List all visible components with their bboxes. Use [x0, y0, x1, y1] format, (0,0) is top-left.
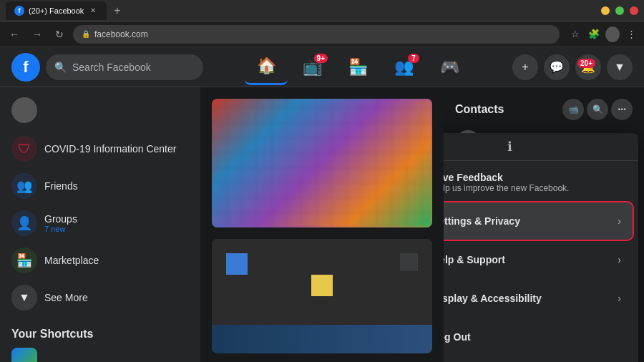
groups-side-icon: 👤	[11, 210, 37, 236]
fb-feed: What's on your mind, Akshay? ▶ Live Vide…	[200, 87, 444, 362]
right-panel: Contacts 📹 🔍 ⋯ ℹ	[444, 87, 644, 362]
plus-icon: +	[522, 61, 528, 74]
display-accessibility-item[interactable]: 🌙 Display & Accessibility ›	[444, 280, 633, 317]
sidebar-covid-label: COVID-19 Information Center	[44, 143, 176, 155]
browser-chrome: f (20+) Facebook ✕ +	[0, 0, 644, 21]
close-button[interactable]	[630, 6, 638, 15]
sidebar-marketplace-label: Marketplace	[44, 255, 99, 266]
post-image-pixelated-1	[212, 99, 432, 228]
back-button[interactable]: ←	[6, 26, 23, 42]
profile-icon[interactable]	[605, 27, 620, 41]
lock-icon: 🔒	[82, 30, 90, 38]
help-text: Help & Support	[444, 254, 609, 265]
search-placeholder: Search Facebook	[72, 62, 151, 73]
sidebar-item-friends[interactable]: 👥 Friends	[6, 167, 195, 205]
maximize-button[interactable]	[615, 6, 624, 15]
post-image-2	[212, 239, 432, 353]
active-tab[interactable]: f (20+) Facebook ✕	[6, 1, 107, 20]
toolbar-icons: ☆ 🧩 ⋮	[568, 27, 638, 41]
help-chevron-icon: ›	[618, 254, 621, 265]
friends-icon: 👥	[11, 173, 37, 199]
account-dropdown: ℹ 💬 Give Feedback Help us improve the ne…	[444, 133, 638, 362]
sidebar-groups-label: Groups	[44, 213, 77, 225]
chevron-down-icon: ▼	[614, 61, 625, 74]
url-text: facebook.com	[94, 29, 148, 39]
search-icon: 🔍	[54, 62, 67, 73]
feedback-title: Give Feedback	[444, 172, 621, 183]
nav-home[interactable]: 🏠	[245, 49, 288, 85]
tab-close-button[interactable]: ✕	[88, 6, 98, 16]
fb-header: f 🔍 Search Facebook 🏠 📺 9+ 🏪 👥 7 🎮 + 💬	[0, 47, 644, 87]
nav-groups[interactable]: 👥 7	[382, 49, 425, 85]
contacts-more-icon[interactable]: ⋯	[611, 99, 633, 120]
refresh-button[interactable]: ↻	[52, 26, 67, 42]
tab-favicon: f	[14, 6, 24, 16]
settings-title: Settings & Privacy	[444, 215, 609, 227]
right-content: Contacts 📹 🔍 ⋯ ℹ	[449, 93, 638, 195]
create-button[interactable]: +	[512, 54, 538, 80]
forward-button[interactable]: →	[29, 26, 46, 42]
feedback-text: Give Feedback Help us improve the new Fa…	[444, 172, 621, 193]
covid-icon: 🛡	[11, 136, 37, 162]
messenger-button[interactable]: 💬	[544, 54, 570, 80]
fb-header-right: + 💬 🔔 20+ ▼	[512, 54, 633, 80]
fb-search-box[interactable]: 🔍 Search Facebook	[46, 54, 203, 80]
sidebar-item-covid[interactable]: 🛡 COVID-19 Information Center	[6, 130, 195, 167]
nav-gaming[interactable]: 🎮	[428, 49, 471, 85]
nav-watch[interactable]: 📺 9+	[291, 49, 333, 85]
dropdown-info-icon: ℹ	[444, 136, 638, 157]
sidebar-user-avatar	[11, 97, 37, 123]
menu-icon[interactable]: ⋮	[624, 27, 638, 41]
sidebar-item-marketplace[interactable]: 🏪 Marketplace	[6, 242, 195, 279]
shortcuts-title: Your Shortcuts	[6, 322, 195, 343]
logout-item[interactable]: 🚪 Log Out	[444, 318, 633, 356]
tab-title: (20+) Facebook	[29, 6, 84, 15]
logout-title: Log Out	[444, 331, 621, 343]
help-title: Help & Support	[444, 254, 609, 265]
display-chevron-icon: ›	[618, 293, 621, 304]
sidebar-see-more[interactable]: ▼ See More	[6, 279, 195, 316]
account-menu-button[interactable]: ▼	[607, 54, 633, 80]
post-footer-bar	[212, 325, 432, 353]
settings-chevron-icon: ›	[618, 215, 621, 227]
watch-badge: 9+	[314, 54, 328, 63]
settings-text: Settings & Privacy	[444, 215, 609, 227]
give-feedback-item[interactable]: 💬 Give Feedback Help us improve the new …	[444, 164, 633, 201]
notifications-button[interactable]: 🔔 20+	[575, 54, 601, 80]
pixel-block-1	[226, 253, 248, 275]
contacts-icons: 📹 🔍 ⋯	[562, 99, 633, 120]
sidebar-friends-label: Friends	[44, 180, 78, 192]
sidebar-user-profile[interactable]	[6, 93, 195, 127]
see-more-label: See More	[44, 292, 88, 303]
feed-post-2	[212, 239, 432, 353]
new-tab-button[interactable]: +	[109, 3, 125, 19]
shortcut-icon-1	[11, 348, 37, 362]
nav-marketplace[interactable]: 🏪	[336, 49, 379, 85]
home-icon: 🏠	[257, 57, 276, 75]
settings-privacy-item[interactable]: ⚙️ Settings & Privacy ›	[444, 202, 633, 240]
sidebar-shortcut-1[interactable]	[6, 343, 195, 362]
help-support-item[interactable]: ❓ Help & Support ›	[444, 241, 633, 278]
minimize-button[interactable]	[601, 6, 610, 15]
post-image-1	[212, 99, 432, 228]
contacts-search-icon[interactable]: 🔍	[587, 99, 608, 120]
left-sidebar: 🛡 COVID-19 Information Center 👥 Friends …	[0, 87, 200, 362]
marketplace-side-icon: 🏪	[11, 248, 37, 273]
contacts-video-icon[interactable]: 📹	[562, 99, 584, 120]
address-bar: ← → ↻ 🔒 facebook.com ☆ 🧩 ⋮	[0, 21, 644, 47]
window-controls	[601, 6, 638, 15]
fb-main: 🛡 COVID-19 Information Center 👥 Friends …	[0, 87, 644, 362]
url-box[interactable]: 🔒 facebook.com	[73, 25, 560, 44]
dropdown-divider-1	[444, 160, 638, 161]
contacts-header: Contacts 📹 🔍 ⋯	[449, 93, 638, 126]
sidebar-item-groups[interactable]: 👤 Groups 7 new	[6, 205, 195, 242]
marketplace-icon: 🏪	[348, 58, 368, 77]
gaming-icon: 🎮	[440, 58, 459, 77]
sidebar-groups-text: Groups 7 new	[44, 213, 77, 233]
feed-post-1	[212, 99, 432, 228]
bookmark-icon[interactable]: ☆	[568, 27, 582, 41]
pixel-block-2	[311, 275, 333, 296]
extensions-icon[interactable]: 🧩	[587, 27, 601, 41]
display-title: Display & Accessibility	[444, 293, 609, 304]
dropdown-footer: Privacy · Terms · Advertising · Ad Choic…	[444, 357, 638, 362]
